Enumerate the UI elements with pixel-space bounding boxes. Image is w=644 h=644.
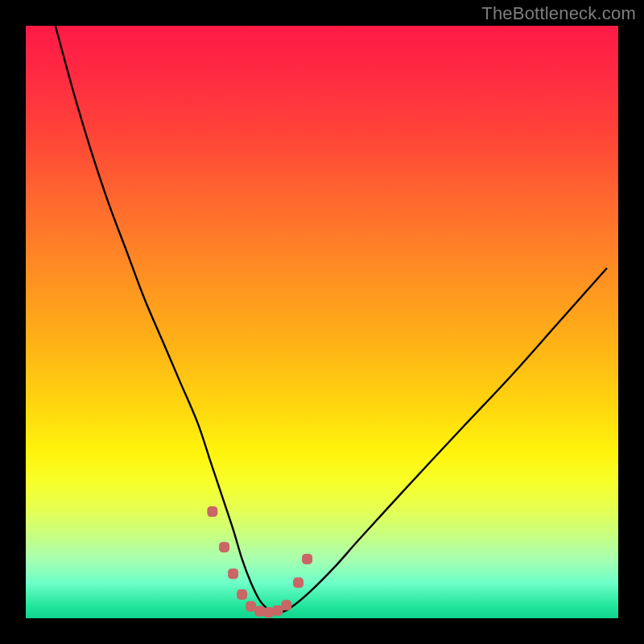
curve-svg [26,26,618,618]
chart-frame: TheBottleneck.com [0,0,644,644]
watermark-text: TheBottleneck.com [481,3,636,24]
trough-marker [293,577,303,588]
trough-marker [302,554,312,564]
trough-marker [237,589,247,600]
bottleneck-curve [56,26,606,613]
trough-marker [228,568,238,579]
trough-marker [207,506,217,517]
plot-area [26,26,618,618]
trough-marker [219,542,229,552]
trough-marker [281,600,291,610]
